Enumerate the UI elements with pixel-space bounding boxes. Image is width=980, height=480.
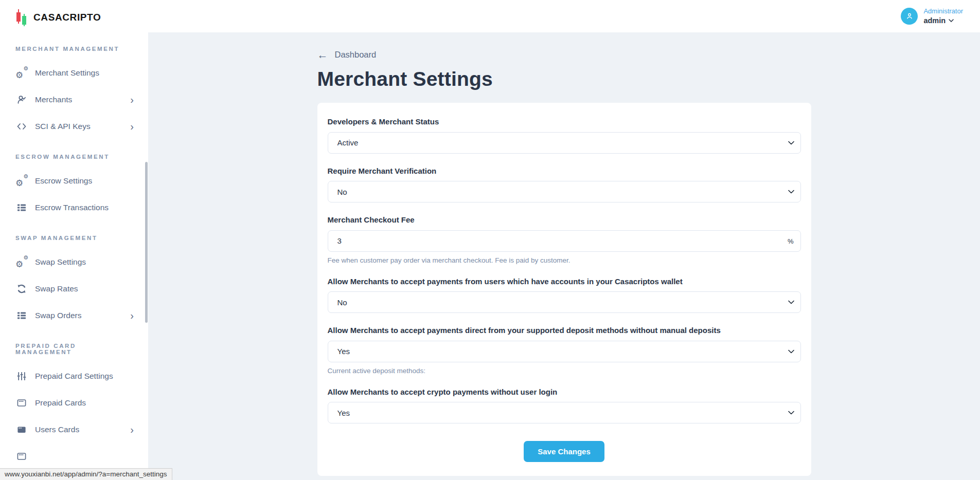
- developers-merchant-status-select[interactable]: Active: [328, 132, 801, 154]
- sidebar-item-label: Swap Rates: [35, 284, 134, 293]
- brand-logo[interactable]: CASACRIPTO: [0, 0, 148, 27]
- user-info: Administrator admin: [923, 7, 963, 26]
- nav-section-heading: SWAP MANAGEMENT: [0, 221, 148, 249]
- form-field-developers-merchant-status: Developers & Merchant StatusActive: [328, 117, 801, 154]
- status-url-bar: www.youxianbi.net/app/admin/?a=merchant_…: [0, 468, 172, 480]
- allow-merchants-to-accept-crypto-payments-without-user-login-select[interactable]: Yes: [328, 402, 801, 423]
- settings-form: Developers & Merchant StatusActiveRequir…: [328, 117, 801, 423]
- sidebar-item-label: Escrow Transactions: [35, 203, 134, 212]
- form-field-allow-merchants-to-accept-payments-from-users-which-have-accounts-in-your-casacriptos-wallet: Allow Merchants to accept payments from …: [328, 276, 801, 313]
- nav-section-heading: PREPAID CARD MANAGEMENT: [0, 329, 148, 363]
- chevron-right-icon: ›: [130, 424, 134, 435]
- sidebar-item-label: Swap Settings: [35, 257, 134, 267]
- sidebar-item-label: Prepaid Card Settings: [35, 372, 134, 381]
- content-area: ← Dashboard Merchant Settings Developers…: [148, 32, 980, 480]
- gears-icon: ⚙⚙: [15, 67, 28, 79]
- sidebar-scrollbar[interactable]: [145, 162, 148, 323]
- settings-card: Developers & Merchant StatusActiveRequir…: [317, 103, 811, 476]
- nav-section-heading: MERCHANT MANAGEMENT: [0, 32, 148, 60]
- save-row: Save Changes: [328, 436, 801, 462]
- nav-section-heading: ESCROW MANAGEMENT: [0, 140, 148, 168]
- sidebar-item-label: SCI & API Keys: [35, 122, 130, 131]
- field-label: Allow Merchants to accept payments direc…: [328, 325, 801, 336]
- allow-merchants-to-accept-payments-from-users-which-have-accounts-in-your-casacriptos-wallet-select[interactable]: No: [328, 291, 801, 313]
- sidebar-item-merchant-settings[interactable]: ⚙⚙Merchant Settings: [0, 60, 148, 86]
- user-check-icon: [15, 94, 28, 106]
- back-arrow-icon[interactable]: ←: [317, 49, 328, 60]
- card-filled-icon: [15, 423, 28, 436]
- merchant-checkout-fee-input[interactable]: [328, 230, 801, 252]
- sidebar-item-label: Swap Orders: [35, 311, 130, 320]
- sidebar-item-prepaid-cards[interactable]: Prepaid Cards: [0, 390, 148, 416]
- user-menu[interactable]: Administrator admin: [901, 7, 963, 26]
- save-changes-button[interactable]: Save Changes: [524, 441, 604, 462]
- chevron-down-icon: [949, 19, 954, 22]
- app-root: CASACRIPTO MERCHANT MANAGEMENT⚙⚙Merchant…: [0, 0, 980, 480]
- candlestick-logo-icon: [15, 8, 29, 27]
- breadcrumb-dashboard-link[interactable]: Dashboard: [335, 50, 377, 60]
- brand-name: CASACRIPTO: [33, 12, 101, 23]
- sidebar: CASACRIPTO MERCHANT MANAGEMENT⚙⚙Merchant…: [0, 0, 148, 480]
- sidebar-item-users-cards[interactable]: Users Cards›: [0, 416, 148, 443]
- sliders-icon: [15, 370, 28, 382]
- refresh-icon: [15, 283, 28, 295]
- user-username: admin: [923, 16, 946, 26]
- user-role: Administrator: [923, 7, 963, 16]
- form-field-merchant-checkout-fee: Merchant Checkout Fee%Fee when customer …: [328, 215, 801, 264]
- sidebar-item-swap-rates[interactable]: Swap Rates: [0, 275, 148, 302]
- field-label: Allow Merchants to accept payments from …: [328, 276, 801, 287]
- chevron-right-icon: ›: [130, 310, 134, 321]
- card-icon: [15, 450, 28, 463]
- chevron-right-icon: ›: [130, 95, 134, 105]
- list-icon: [15, 201, 28, 214]
- breadcrumb: ← Dashboard: [317, 49, 811, 60]
- sidebar-item-swap-settings[interactable]: ⚙⚙Swap Settings: [0, 249, 148, 275]
- field-label: Require Merchant Verification: [328, 166, 801, 176]
- list-icon: [15, 309, 28, 322]
- field-helper-text: Current active deposit methods:: [328, 367, 801, 375]
- sidebar-nav: MERCHANT MANAGEMENT⚙⚙Merchant SettingsMe…: [0, 27, 148, 470]
- form-field-require-merchant-verification: Require Merchant VerificationNo: [328, 166, 801, 203]
- user-icon: [905, 11, 914, 21]
- field-helper-text: Fee when customer pay order via merchant…: [328, 256, 801, 264]
- sidebar-item-label: Merchant Settings: [35, 68, 134, 78]
- field-label: Merchant Checkout Fee: [328, 215, 801, 225]
- sidebar-item-label: Merchants: [35, 95, 130, 104]
- card-icon: [15, 397, 28, 409]
- gears-icon: ⚙⚙: [15, 175, 28, 187]
- avatar: [901, 8, 918, 25]
- sidebar-item-prepaid-card-settings[interactable]: Prepaid Card Settings: [0, 363, 148, 390]
- sidebar-item-merchants[interactable]: Merchants›: [0, 86, 148, 113]
- sidebar-item-escrow-settings[interactable]: ⚙⚙Escrow Settings: [0, 168, 148, 194]
- allow-merchants-to-accept-payments-direct-from-your-supported-deposit-methods-without-manual-deposits-select[interactable]: Yes: [328, 341, 801, 362]
- require-merchant-verification-select[interactable]: No: [328, 181, 801, 202]
- topbar: Administrator admin: [148, 0, 980, 32]
- field-label: Allow Merchants to accept crypto payment…: [328, 387, 801, 397]
- main-column: Administrator admin ← Dashboard Merchant…: [148, 0, 980, 480]
- sidebar-item-swap-orders[interactable]: Swap Orders›: [0, 302, 148, 329]
- chevron-right-icon: ›: [130, 121, 134, 132]
- sidebar-item-label: Escrow Settings: [35, 176, 134, 186]
- sidebar-item-partial[interactable]: [0, 443, 148, 470]
- sidebar-item-escrow-transactions[interactable]: Escrow Transactions: [0, 194, 148, 221]
- form-field-allow-merchants-to-accept-payments-direct-from-your-supported-deposit-methods-without-manual-deposits: Allow Merchants to accept payments direc…: [328, 325, 801, 375]
- page-title: Merchant Settings: [317, 68, 811, 90]
- sidebar-item-sci-api-keys[interactable]: SCI & API Keys›: [0, 113, 148, 140]
- sidebar-item-label: Users Cards: [35, 425, 130, 434]
- field-label: Developers & Merchant Status: [328, 117, 801, 127]
- sidebar-item-label: Prepaid Cards: [35, 398, 134, 408]
- form-field-allow-merchants-to-accept-crypto-payments-without-user-login: Allow Merchants to accept crypto payment…: [328, 387, 801, 424]
- code-icon: [15, 120, 28, 133]
- gears-icon: ⚙⚙: [15, 256, 28, 268]
